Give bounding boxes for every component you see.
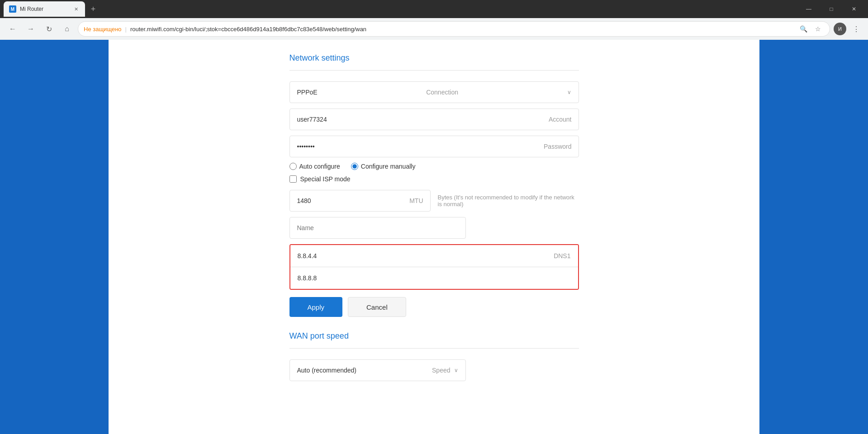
wan-divider [289, 348, 579, 349]
bookmark-icon[interactable]: ☆ [811, 23, 824, 35]
address-separator: | [125, 26, 127, 33]
password-input-group: Password [289, 136, 579, 157]
dns1-row: DNS1 [290, 245, 578, 267]
speed-dropdown-arrow-icon: ∨ [454, 367, 458, 373]
left-sidebar [0, 40, 109, 434]
security-warning: Не защищено [84, 26, 122, 33]
configure-manually-radio[interactable] [351, 163, 358, 170]
close-button[interactable]: ✕ [844, 0, 864, 18]
configure-radio-group: Auto configure Configure manually [289, 163, 579, 170]
address-icons: 🔍 ☆ [797, 23, 824, 35]
auto-configure-radio[interactable] [289, 163, 297, 170]
dns2-input[interactable] [290, 267, 578, 289]
special-isp-checkbox[interactable] [289, 175, 297, 183]
titlebar: M Mi Router ✕ + — □ ✕ [0, 0, 868, 18]
password-input[interactable] [289, 136, 579, 157]
action-buttons: Apply Cancel [289, 297, 579, 317]
maximize-button[interactable]: □ [821, 0, 842, 18]
speed-label: Speed [432, 367, 450, 374]
new-tab-button[interactable]: + [87, 3, 100, 15]
wan-port-title: WAN port speed [289, 331, 579, 341]
dns1-input[interactable] [290, 245, 578, 267]
active-tab[interactable]: M Mi Router ✕ [4, 1, 85, 17]
configure-manually-option[interactable]: Configure manually [351, 163, 416, 170]
connection-dropdown[interactable]: PPPoE Connection ∨ [289, 81, 579, 103]
tab-title: Mi Router [20, 6, 69, 12]
main-content: Network settings PPPoE Connection ∨ Acco… [109, 40, 759, 434]
account-input[interactable] [289, 108, 579, 130]
tab-bar: M Mi Router ✕ + [4, 1, 100, 17]
refresh-button[interactable]: ↻ [42, 22, 56, 36]
apply-button[interactable]: Apply [289, 297, 343, 317]
address-field[interactable]: Не защищено | router.miwifi.com/cgi-bin/… [78, 21, 830, 37]
speed-dropdown[interactable]: Auto (recommended) Speed ∨ [289, 359, 466, 381]
name-input-container [289, 217, 579, 239]
profile-icon[interactable]: И [834, 23, 846, 35]
configure-manually-label: Configure manually [361, 163, 416, 170]
special-isp-label: Special ISP mode [300, 175, 351, 183]
address-url: router.miwifi.com/cgi-bin/luci/;stok=cbc… [130, 26, 366, 33]
auto-configure-label: Auto configure [299, 163, 340, 170]
forward-button[interactable]: → [24, 22, 38, 36]
connection-value: PPPoE [297, 89, 318, 96]
dropdown-arrow-icon: ∨ [567, 89, 571, 95]
search-icon[interactable]: 🔍 [797, 23, 810, 35]
connection-label: Connection [426, 89, 458, 96]
mtu-input-container: MTU [289, 190, 431, 212]
window-controls: — □ ✕ [798, 0, 864, 18]
special-isp-checkbox-group: Special ISP mode [289, 175, 579, 183]
browser-menu-icon[interactable]: ⋮ [850, 23, 863, 35]
network-settings-section: Network settings PPPoE Connection ∨ Acco… [289, 53, 579, 317]
tab-close-button[interactable]: ✕ [72, 5, 80, 13]
auto-recommended-value: Auto (recommended) [297, 367, 357, 374]
network-settings-title: Network settings [289, 53, 579, 63]
name-input[interactable] [289, 217, 466, 239]
right-sidebar [759, 40, 868, 434]
address-bar-row: ← → ↻ ⌂ Не защищено | router.miwifi.com/… [0, 18, 868, 40]
dns2-row [290, 267, 578, 289]
wan-port-section: WAN port speed Auto (recommended) Speed … [289, 331, 579, 381]
browser-chrome: M Mi Router ✕ + — □ ✕ ← → ↻ ⌂ Не защищен… [0, 0, 868, 40]
cancel-button[interactable]: Cancel [348, 297, 406, 317]
mtu-input[interactable] [289, 190, 431, 212]
home-button[interactable]: ⌂ [60, 22, 74, 36]
mtu-note: Bytes (It's not recommended to modify if… [438, 194, 579, 208]
auto-configure-option[interactable]: Auto configure [289, 163, 340, 170]
back-button[interactable]: ← [5, 22, 20, 36]
dns-section: DNS1 [289, 244, 579, 290]
tab-favicon: M [9, 5, 16, 13]
minimize-button[interactable]: — [798, 0, 819, 18]
mtu-row: MTU Bytes (It's not recommended to modif… [289, 190, 579, 212]
section-divider [289, 70, 579, 71]
account-input-group: Account [289, 108, 579, 130]
mtu-input-group: MTU [289, 190, 431, 212]
page-layout: Network settings PPPoE Connection ∨ Acco… [0, 40, 868, 434]
